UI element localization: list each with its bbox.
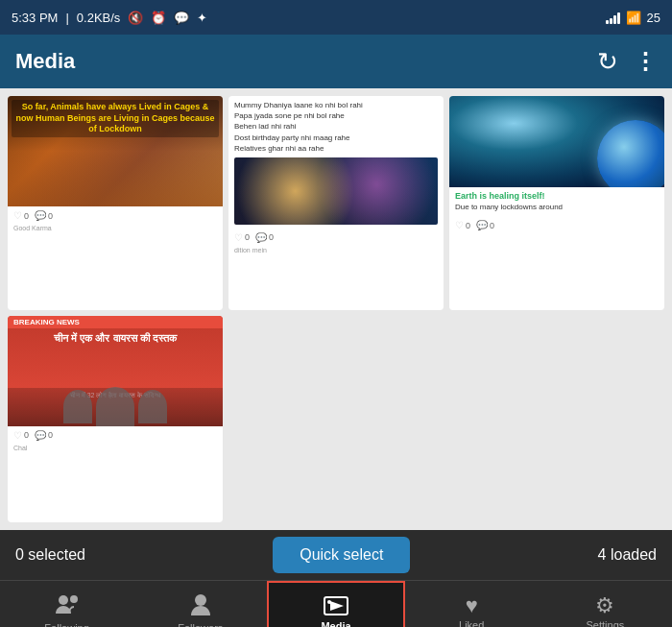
heart-icon: ♡ [13, 430, 22, 441]
tab-settings[interactable]: ⚙ Settings [539, 581, 672, 627]
card2-image [234, 157, 438, 225]
refresh-button[interactable] [597, 47, 618, 77]
card4-stats: ♡ 0 💬 0 [8, 426, 223, 445]
header-actions [597, 47, 657, 77]
heart-icon: ♡ [234, 232, 243, 243]
media-icon [323, 594, 349, 617]
card2-likes: ♡ 0 [234, 232, 250, 243]
card1-comments: 💬 0 [35, 210, 53, 221]
tab-liked[interactable]: ♥ Liked [405, 581, 539, 627]
card1-footer: Good Karma [8, 225, 223, 235]
tab-following[interactable]: Following [0, 581, 133, 627]
card2-stats: ♡ 0 💬 0 [228, 229, 444, 247]
selected-count: 0 selected [15, 546, 85, 564]
tab-following-label: Following [44, 622, 88, 627]
wifi-icon: 📶 [626, 11, 641, 25]
card4-footer: Chal [8, 445, 223, 455]
loaded-count: 4 loaded [598, 546, 657, 564]
tab-followers-label: Followers [178, 622, 223, 627]
card2-content: Mummy Dhaniya laane ko nhi bol rahi Papa… [228, 96, 444, 229]
card3-likes: ♡ 0 [455, 220, 470, 230]
tab-bar: Following Followers Media ♥ Liked ⚙ Sett… [0, 580, 672, 627]
card2-footer: dition mein [228, 247, 444, 257]
card1-image: So far, Animals have always Lived in Cag… [8, 96, 223, 206]
media-card-2[interactable]: Mummy Dhaniya laane ko nhi bol rahi Papa… [228, 96, 444, 310]
tab-media-label: Media [321, 620, 350, 627]
comment-icon: 💬 [255, 232, 267, 243]
card3-title: Earth is healing itself! [455, 191, 659, 203]
card2-comments: 💬 0 [255, 232, 274, 243]
card1-stats: ♡ 0 💬 0 [8, 206, 223, 225]
battery-display: 25 [647, 11, 660, 25]
more-button[interactable] [634, 48, 657, 75]
earth-image [597, 120, 664, 187]
bottom-action-bar: 0 selected Quick select 4 loaded [0, 530, 672, 580]
liked-icon: ♥ [466, 595, 478, 616]
muted-icon: 🔇 [128, 11, 143, 25]
status-right: 📶 25 [606, 11, 660, 25]
signal-icon [606, 11, 620, 24]
quick-select-button[interactable]: Quick select [273, 537, 410, 573]
card4-image: BREAKING NEWS चीन में एक और वायरस की दस्… [8, 316, 223, 426]
card2-image-inner [234, 157, 438, 225]
tab-settings-label: Settings [587, 619, 625, 627]
tab-followers[interactable]: Followers [133, 581, 267, 627]
followers-icon [187, 592, 214, 619]
speed-display: 0.2KB/s [77, 11, 121, 25]
status-bar: 5:33 PM | 0.2KB/s 🔇 ⏰ 💬 ✦ 📶 25 [0, 0, 672, 35]
comment-icon: 💬 [35, 210, 46, 221]
card1-likes: ♡ 0 [13, 210, 29, 221]
person-3 [138, 390, 167, 423]
time-display: 5:33 PM [12, 11, 58, 25]
card3-image [449, 96, 664, 187]
media-grid: So far, Animals have always Lived in Cag… [0, 88, 672, 530]
following-icon [54, 592, 81, 619]
person-1 [63, 390, 92, 423]
tab-media[interactable]: Media [267, 581, 404, 627]
media-card-4[interactable]: BREAKING NEWS चीन में एक और वायरस की दस्… [8, 316, 223, 522]
page-title: Media [15, 49, 75, 74]
card3-stats: ♡ 0 💬 0 [449, 216, 664, 234]
person-2 [96, 387, 134, 426]
card3-comments: 💬 0 [476, 220, 494, 230]
svg-point-2 [195, 594, 206, 606]
card3-text: Earth is healing itself! Due to many loc… [449, 187, 664, 216]
media-card-3[interactable]: Earth is healing itself! Due to many loc… [449, 96, 664, 310]
card1-headline: So far, Animals have always Lived in Cag… [12, 100, 219, 137]
heart-icon: ♡ [13, 210, 22, 221]
refresh-icon [597, 51, 618, 75]
card4-likes: ♡ 0 [13, 430, 29, 441]
card4-comments: 💬 0 [35, 430, 53, 441]
separator: | [65, 11, 68, 25]
status-left: 5:33 PM | 0.2KB/s 🔇 ⏰ 💬 ✦ [12, 11, 207, 25]
alarm-icon: ⏰ [151, 11, 166, 25]
tab-liked-label: Liked [459, 619, 484, 627]
whatsapp-icon: 💬 [174, 11, 189, 25]
header: Media [0, 35, 672, 88]
card3-body: Due to many lockdowns around [455, 203, 659, 212]
breaking-news-label: BREAKING NEWS [8, 316, 223, 328]
svg-point-1 [70, 595, 78, 603]
svg-point-5 [327, 600, 331, 604]
grid-icon: ✦ [197, 11, 207, 25]
more-icon [634, 50, 657, 74]
settings-icon: ⚙ [595, 595, 614, 616]
card2-text: Mummy Dhaniya laane ko nhi bol rahi Papa… [234, 100, 438, 154]
media-card-1[interactable]: So far, Animals have always Lived in Cag… [8, 96, 223, 310]
svg-point-0 [59, 595, 68, 605]
card4-persons [8, 388, 223, 426]
card4-headline: चीन में एक और वायरस की दस्तक [12, 331, 219, 345]
comment-icon: 💬 [476, 220, 488, 230]
comment-icon: 💬 [35, 430, 46, 441]
heart-icon: ♡ [455, 220, 464, 230]
svg-marker-4 [330, 601, 344, 611]
